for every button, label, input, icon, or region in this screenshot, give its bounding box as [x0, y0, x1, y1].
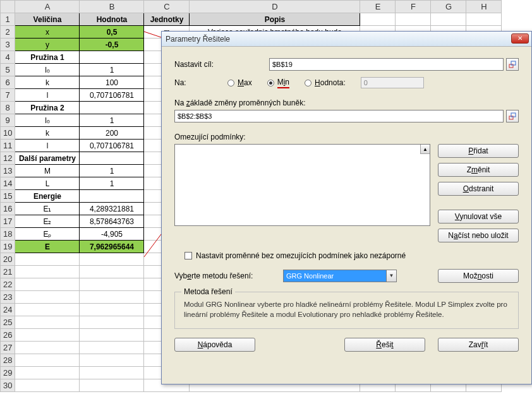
- cell[interactable]: 1: [80, 114, 144, 127]
- row-header[interactable]: 23: [1, 291, 15, 304]
- cell[interactable]: 8,578643763: [80, 215, 144, 228]
- cell[interactable]: E₁: [15, 203, 80, 215]
- cell[interactable]: [80, 291, 144, 304]
- cell[interactable]: [466, 13, 502, 26]
- cell[interactable]: l: [15, 140, 80, 152]
- cell[interactable]: 1: [80, 165, 144, 177]
- cell[interactable]: L: [15, 177, 80, 190]
- cell[interactable]: 1: [80, 177, 144, 190]
- cell[interactable]: y: [15, 39, 80, 51]
- row-header[interactable]: 21: [1, 266, 15, 278]
- cell[interactable]: E₂: [15, 215, 80, 228]
- cell[interactable]: [15, 367, 80, 379]
- row-header[interactable]: 26: [1, 329, 15, 342]
- cell[interactable]: [80, 278, 144, 291]
- radio-min[interactable]: Min: [267, 78, 289, 88]
- cell[interactable]: [80, 329, 144, 342]
- objective-input[interactable]: $B$19: [269, 58, 504, 71]
- variables-ref-button[interactable]: [506, 110, 519, 122]
- col-header-F[interactable]: F: [396, 1, 431, 13]
- row-header[interactable]: 28: [1, 354, 15, 367]
- row-header[interactable]: 25: [1, 316, 15, 329]
- cell[interactable]: [80, 367, 144, 379]
- row-header[interactable]: 22: [1, 278, 15, 291]
- row-header[interactable]: 30: [1, 379, 15, 392]
- row-header[interactable]: 4: [1, 51, 15, 64]
- cell[interactable]: [80, 190, 144, 203]
- cell[interactable]: 4,289321881: [80, 203, 144, 215]
- cell[interactable]: 0,5: [80, 26, 144, 39]
- cell[interactable]: k: [15, 127, 80, 140]
- valueof-input[interactable]: 0: [361, 77, 424, 88]
- cell[interactable]: [15, 329, 80, 342]
- cell[interactable]: l₀: [15, 64, 80, 76]
- radio-valueof[interactable]: Hodnota:: [305, 78, 346, 87]
- cell[interactable]: [15, 266, 80, 278]
- row-header[interactable]: 11: [1, 140, 15, 152]
- cell[interactable]: E: [15, 241, 80, 253]
- row-header[interactable]: 18: [1, 228, 15, 241]
- row-header[interactable]: 10: [1, 127, 15, 140]
- cell[interactable]: [80, 342, 144, 354]
- close-dialog-button[interactable]: Zavřít: [438, 338, 519, 352]
- row-header[interactable]: 5: [1, 64, 15, 76]
- cell[interactable]: Pružina 1: [15, 51, 80, 64]
- cell[interactable]: 7,962965644: [80, 241, 144, 253]
- add-button[interactable]: Přidat: [438, 144, 519, 158]
- cell[interactable]: [15, 379, 80, 392]
- row-header[interactable]: 16: [1, 203, 15, 215]
- cell[interactable]: M: [15, 165, 80, 177]
- delete-button[interactable]: Odstranit: [438, 182, 519, 196]
- col-header-H[interactable]: H: [466, 1, 502, 13]
- col-header-B[interactable]: B: [80, 1, 144, 13]
- cell[interactable]: [15, 304, 80, 316]
- row-header[interactable]: 27: [1, 342, 15, 354]
- cell[interactable]: Další parametry: [15, 152, 80, 165]
- cell[interactable]: [396, 13, 431, 26]
- cell[interactable]: [80, 266, 144, 278]
- col-header-A[interactable]: A: [15, 1, 80, 13]
- cell[interactable]: 0,707106781: [80, 89, 144, 102]
- variables-input[interactable]: $B$2:$B$3: [174, 110, 504, 122]
- change-button[interactable]: Změnit: [438, 163, 519, 177]
- row-header[interactable]: 8: [1, 102, 15, 114]
- row-header[interactable]: 12: [1, 152, 15, 165]
- cell[interactable]: Veličina: [15, 13, 80, 26]
- cell[interactable]: [80, 316, 144, 329]
- row-header[interactable]: 17: [1, 215, 15, 228]
- cell[interactable]: k: [15, 76, 80, 89]
- close-button[interactable]: ✕: [511, 33, 529, 44]
- resetall-button[interactable]: Vynulovat vše: [438, 210, 519, 223]
- cell[interactable]: Pružina 2: [15, 102, 80, 114]
- cell[interactable]: -4,905: [80, 228, 144, 241]
- solve-button[interactable]: Řešit: [344, 338, 425, 352]
- row-header[interactable]: 6: [1, 76, 15, 89]
- cell[interactable]: 0,707106781: [80, 140, 144, 152]
- row-header[interactable]: 14: [1, 177, 15, 190]
- cell[interactable]: Popis: [190, 13, 360, 26]
- row-header[interactable]: 20: [1, 253, 15, 266]
- cell[interactable]: [15, 354, 80, 367]
- options-button[interactable]: Možnosti: [438, 269, 519, 283]
- cell[interactable]: [15, 316, 80, 329]
- cell[interactable]: [80, 152, 144, 165]
- row-header[interactable]: 2: [1, 26, 15, 39]
- cell[interactable]: Hodnota: [80, 13, 144, 26]
- cell[interactable]: -0,5: [80, 39, 144, 51]
- cell[interactable]: [80, 379, 144, 392]
- col-header-G[interactable]: G: [431, 1, 466, 13]
- cell[interactable]: [360, 13, 396, 26]
- cell[interactable]: 1: [80, 64, 144, 76]
- cell[interactable]: [80, 304, 144, 316]
- constraints-listbox[interactable]: ▲: [174, 144, 430, 226]
- help-button[interactable]: Nápověda: [174, 338, 255, 352]
- cell[interactable]: [15, 291, 80, 304]
- cell[interactable]: [80, 102, 144, 114]
- row-header[interactable]: 29: [1, 367, 15, 379]
- radio-max[interactable]: Max: [227, 78, 252, 87]
- cell[interactable]: [80, 51, 144, 64]
- cell[interactable]: [15, 342, 80, 354]
- cell[interactable]: l: [15, 89, 80, 102]
- row-header[interactable]: 24: [1, 304, 15, 316]
- cell[interactable]: [15, 253, 80, 266]
